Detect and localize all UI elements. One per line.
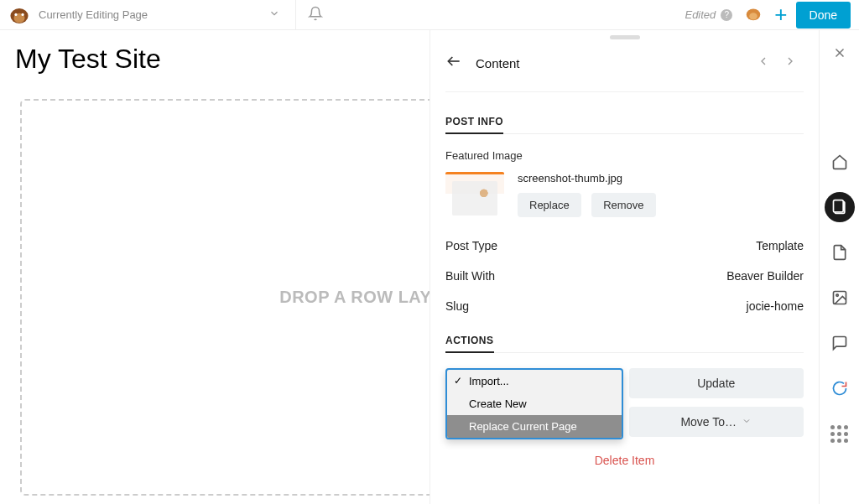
remove-button[interactable]: Remove: [591, 193, 655, 217]
featured-image-filename: screenshot-thumb.jpg: [518, 172, 663, 184]
slug-row: Slug jocie-home: [445, 299, 804, 313]
help-icon[interactable]: ?: [721, 9, 732, 21]
page-icon[interactable]: [825, 237, 855, 268]
divider: [295, 0, 296, 30]
chevron-down-icon: [742, 416, 752, 428]
home-icon[interactable]: [825, 147, 855, 177]
post-type-value: Template: [756, 239, 804, 252]
post-info-heading: POST INFO: [445, 116, 503, 134]
right-rail: [819, 30, 859, 504]
actions-section: ACTIONS Import… Update Export Move To… D…: [445, 313, 804, 475]
post-type-row: Post Type Template: [445, 239, 804, 252]
apps-icon[interactable]: [825, 418, 855, 449]
svg-point-5: [750, 13, 758, 19]
built-with-row: Built With Beaver Builder: [445, 269, 804, 283]
editing-page-label: Currently Editing Page: [39, 8, 148, 21]
sync-icon[interactable]: [825, 373, 855, 403]
svg-point-3: [21, 13, 23, 15]
close-icon[interactable]: [832, 45, 847, 65]
beaver-logo-icon: [8, 5, 30, 25]
svg-point-12: [836, 294, 838, 297]
image-icon[interactable]: [825, 283, 855, 313]
page-dropdown-chevron[interactable]: [265, 4, 284, 26]
comment-icon[interactable]: [825, 328, 855, 358]
post-info-section: POST INFO Featured Image screenshot-thum…: [445, 92, 804, 313]
featured-image-thumb[interactable]: [445, 172, 504, 222]
done-button[interactable]: Done: [796, 2, 851, 29]
svg-rect-10: [833, 200, 843, 212]
featured-image-label: Featured Image: [445, 149, 804, 162]
prev-icon[interactable]: [750, 55, 777, 71]
slug-value: jocie-home: [747, 299, 804, 313]
library-icon[interactable]: [825, 192, 855, 222]
add-icon[interactable]: +: [774, 2, 787, 28]
import-option-create-new[interactable]: Create New: [447, 392, 622, 415]
beaver-small-icon[interactable]: [744, 5, 763, 25]
delete-item-button[interactable]: Delete Item: [445, 445, 804, 475]
replace-button[interactable]: Replace: [518, 193, 581, 217]
slug-label: Slug: [445, 299, 469, 313]
update-button[interactable]: Update: [629, 368, 804, 398]
move-to-button[interactable]: Move To…: [629, 407, 804, 437]
post-type-label: Post Type: [445, 239, 497, 252]
edited-label: Edited: [685, 8, 716, 21]
import-option-replace[interactable]: Replace Current Page: [447, 415, 622, 438]
topbar: Currently Editing Page Edited ? + Done: [0, 0, 859, 30]
actions-heading: ACTIONS: [445, 335, 494, 353]
svg-point-2: [14, 13, 17, 15]
built-with-label: Built With: [445, 269, 495, 283]
panel-title: Content: [476, 56, 520, 70]
bell-icon[interactable]: [308, 6, 323, 24]
built-with-value: Beaver Builder: [726, 269, 804, 283]
next-icon[interactable]: [777, 55, 804, 71]
content-panel: Content POST INFO Featured Image screens…: [430, 30, 819, 504]
back-arrow-icon[interactable]: [445, 53, 476, 73]
import-option-import[interactable]: Import...: [447, 370, 622, 392]
panel-header: Content: [445, 39, 804, 92]
import-dropdown: Import... Create New Replace Current Pag…: [445, 368, 623, 439]
